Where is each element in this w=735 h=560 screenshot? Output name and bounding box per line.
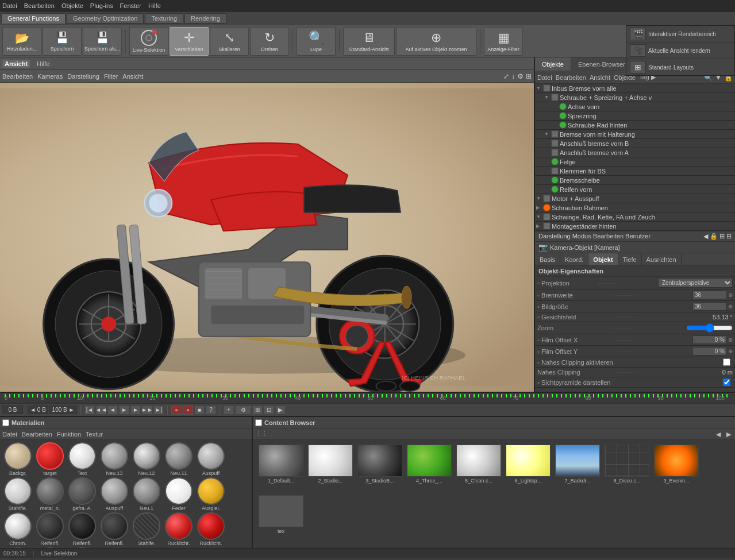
play-next-frame-btn[interactable]: ► xyxy=(130,405,141,415)
material-item[interactable]: Auspuff xyxy=(99,477,130,511)
content-item[interactable]: 5_Clean.c... xyxy=(455,445,502,493)
rec-all-btn[interactable]: ● xyxy=(183,405,193,415)
mat-bearbeiten[interactable]: Bearbeiten xyxy=(22,431,52,438)
viewport-3d[interactable]: (C) HEINRICH RAPHAEL xyxy=(0,83,534,392)
material-item[interactable]: Feder xyxy=(163,477,194,511)
menu-plugins[interactable]: Plug-ins xyxy=(90,2,113,9)
menu-bearbeiten[interactable]: Bearbeiten xyxy=(24,2,55,9)
submenu-filter[interactable]: Filter xyxy=(104,73,118,80)
standard-ansicht-btn[interactable]: 🖥 Standard-Ansicht xyxy=(343,27,395,56)
material-item[interactable]: Neu.11 xyxy=(163,442,194,476)
object-list-item[interactable]: ▼ □ Motor + Ausspuff · · xyxy=(535,194,735,203)
attr-value-projektion[interactable]: Zentralperspektive xyxy=(658,278,733,288)
attr-value-brennweite[interactable] xyxy=(692,291,727,299)
material-item[interactable]: rippen f. xyxy=(67,547,98,548)
tab-objekte[interactable]: Objekte xyxy=(535,57,571,71)
frame-current-input[interactable]: ◄ 0 B xyxy=(28,405,48,414)
object-list-item[interactable]: Reifen vorn · · xyxy=(535,185,735,194)
object-list-item[interactable]: ▼ □ Inbus Bremse vorn alle · · xyxy=(535,84,735,93)
submenu-darstellung[interactable]: Darstellung xyxy=(67,73,99,80)
material-item[interactable]: rippen f. xyxy=(34,547,66,548)
viewport-icon-move[interactable]: ⤢ xyxy=(503,72,509,80)
attr-tab-objekt[interactable]: Objekt xyxy=(588,253,618,265)
timeline-add-btn[interactable]: + xyxy=(224,405,234,415)
material-item[interactable]: Reifenfl. xyxy=(99,512,130,546)
tab-geometry-opt[interactable]: Geometry Optimization xyxy=(67,13,144,24)
attr-tab-koord[interactable]: Koord. xyxy=(560,253,588,265)
menu-hilfe[interactable]: Hilfe xyxy=(148,2,161,9)
object-list-item[interactable]: □ Klemmen für BS · · xyxy=(535,167,735,176)
play-options-btn[interactable]: ? xyxy=(206,405,216,415)
frame-end-input[interactable]: 100 B ► xyxy=(49,405,77,414)
timeline-ruler[interactable]: 0 5 10 20 30 40 50 60 70 80 90 100 xyxy=(0,393,735,403)
cb-back-btn[interactable]: ◄ xyxy=(714,430,722,439)
material-item[interactable]: metal_n. xyxy=(34,477,66,511)
material-item[interactable]: Neu.12 xyxy=(131,442,162,476)
object-list-item[interactable]: Felge · · xyxy=(535,157,735,167)
tab-ebenen[interactable]: Ebenen-Browser xyxy=(571,57,633,71)
attr-tab-ausrichten[interactable]: Ausrichten xyxy=(642,253,682,265)
tab-general-functions[interactable]: General Functions xyxy=(1,13,66,24)
anzeige-filter-btn[interactable]: ▦ Anzeige-Filter xyxy=(484,27,523,56)
material-item[interactable]: Text xyxy=(67,442,98,476)
attr-value-bildgrosse[interactable] xyxy=(692,302,727,311)
submenu-kameras[interactable]: Kameras xyxy=(37,73,63,80)
viewport-icon-settings[interactable]: ⚙ xyxy=(517,72,524,80)
attr-checkbox-clipping[interactable] xyxy=(723,358,730,366)
material-item[interactable]: Auspuff xyxy=(195,442,226,476)
timeline-mode-btn[interactable]: ⊞ xyxy=(252,405,263,415)
material-item[interactable]: Neu.13 xyxy=(99,442,130,476)
cb-checkbox[interactable] xyxy=(255,419,262,426)
viewport-hilfe[interactable]: Hilfe xyxy=(34,60,52,68)
content-item[interactable]: 2_Studio... xyxy=(307,445,354,493)
panel-ansicht[interactable]: Ansicht xyxy=(590,74,610,81)
play-next-btn[interactable]: ►► xyxy=(142,405,152,415)
timeline-options-btn[interactable]: ⚙ xyxy=(235,405,251,415)
verschieben-btn[interactable]: ✛ Verschieben xyxy=(170,27,209,56)
material-item[interactable]: Chrom. xyxy=(2,512,33,546)
content-item[interactable]: 3_StudioB... xyxy=(356,445,403,493)
submenu-bearbeiten[interactable]: Bearbeiten xyxy=(2,73,33,80)
object-list-item[interactable]: ▼ □ Schraube + Spreizring + Achse v · · xyxy=(535,93,735,102)
speichern-btn[interactable]: 💾 Speichern xyxy=(43,27,82,56)
attr-tab-tiefe[interactable]: Tiefe xyxy=(618,253,642,265)
content-item[interactable]: 6_Lightsp... xyxy=(505,445,552,493)
tab-rendering[interactable]: Rendering xyxy=(184,13,226,24)
content-item[interactable]: 4_Three_... xyxy=(406,445,453,493)
content-item[interactable]: 8_Disco.c... xyxy=(603,445,651,493)
timeline-keys-btn[interactable]: ⊡ xyxy=(264,405,274,415)
material-item[interactable]: gefra. A. xyxy=(67,477,98,511)
lupe-btn[interactable]: 🔍 Lupe xyxy=(297,27,336,56)
menu-datei[interactable]: Datei xyxy=(2,2,17,9)
object-list-item[interactable]: ▶ Schrauben Rahmen · · xyxy=(535,203,735,213)
object-list-item[interactable]: □ Anschluß bremse vorn B · · xyxy=(535,139,735,148)
play-prev-frame-btn[interactable]: ◄ xyxy=(107,405,118,415)
mat-textur[interactable]: Textur xyxy=(86,431,103,438)
mat-datei[interactable]: Datei xyxy=(2,431,17,438)
material-item[interactable]: Rücklicht. xyxy=(195,512,226,546)
content-item[interactable]: tex xyxy=(257,495,305,543)
timeline-expand-btn[interactable]: ▶ xyxy=(275,405,286,415)
material-item[interactable]: Reifenfl. xyxy=(34,512,66,546)
rec-btn[interactable]: ● xyxy=(171,405,182,415)
viewport-icon-expand[interactable]: ⊞ xyxy=(526,72,532,80)
tab-texturing[interactable]: Texturing xyxy=(145,13,183,24)
speichern-als-btn[interactable]: 💾 Speichern als... xyxy=(83,27,122,56)
material-item[interactable]: Backgr. xyxy=(2,442,33,476)
render-current-btn[interactable]: 🎥 Aktuelle Ansicht rendern xyxy=(626,43,734,59)
panel-bearbeiten[interactable]: Bearbeiten xyxy=(556,74,586,81)
material-item[interactable]: Neu.1 xyxy=(131,477,162,511)
material-item[interactable]: Stahlfe. xyxy=(131,512,162,546)
frame-start-input[interactable]: 0 B xyxy=(2,405,23,414)
object-list-item[interactable]: Schraube Rad hinten · · xyxy=(535,121,735,130)
viewport-icon-down[interactable]: ↓ xyxy=(511,72,515,80)
play-btn[interactable]: ► xyxy=(119,405,129,415)
material-item[interactable]: Rücklicht. xyxy=(163,512,194,546)
object-list-item[interactable]: □ Anschluß bremse vorn A · · xyxy=(535,148,735,157)
drehen-btn[interactable]: ↻ Drehen xyxy=(250,27,289,56)
material-item[interactable]: target xyxy=(34,442,66,476)
panel-datei[interactable]: Datei xyxy=(537,74,552,81)
mat-checkbox[interactable] xyxy=(2,419,9,426)
object-list-item[interactable]: ▼ □ Schwinge, Rad, Kette, FA und Zeuch ·… xyxy=(535,213,735,222)
content-item[interactable]: 7_Backdr... xyxy=(554,445,601,493)
